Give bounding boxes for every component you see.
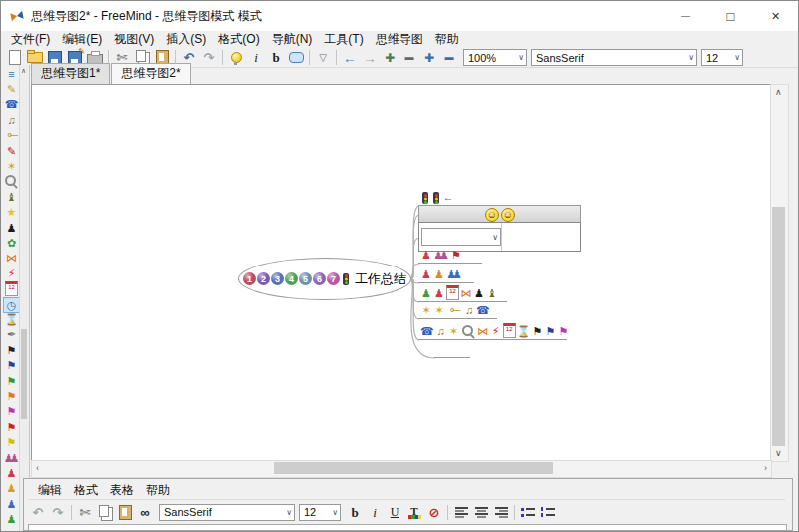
vertical-scrollbar[interactable] bbox=[770, 84, 789, 462]
branch-node-6[interactable] bbox=[434, 350, 470, 358]
scrollbar-thumb[interactable] bbox=[772, 207, 785, 446]
hint-button[interactable] bbox=[226, 49, 246, 66]
scroll-up-icon[interactable] bbox=[775, 88, 782, 97]
branch-node-1[interactable]: ♟♟♟⚑ bbox=[418, 247, 482, 264]
sidebar-magnifier-button[interactable] bbox=[4, 175, 19, 189]
sidebar-clock-button[interactable]: ◷ bbox=[3, 297, 20, 313]
root-node[interactable]: 1234567 工作总结 bbox=[238, 258, 411, 300]
zoom-in-button[interactable]: ✚ bbox=[419, 49, 439, 66]
redo-button[interactable]: ↷ bbox=[48, 504, 68, 521]
sidebar-structure-button[interactable]: ≡ bbox=[4, 67, 19, 81]
sidebar-flag-yellow-button[interactable]: ⚑ bbox=[4, 436, 19, 450]
align-right-button[interactable] bbox=[491, 504, 511, 521]
map-tab-1[interactable]: 思维导图1* bbox=[31, 63, 110, 84]
sidebar-hourglass-button[interactable]: ⌛ bbox=[4, 312, 19, 326]
font-size-combobox[interactable]: 12 bbox=[701, 49, 743, 66]
filter-button[interactable]: ▽ bbox=[313, 49, 333, 66]
note-menu-item-0[interactable]: 编辑 bbox=[32, 481, 68, 500]
sidebar-flag-black-button[interactable]: ⚑ bbox=[4, 343, 19, 357]
next-map-button[interactable]: → bbox=[360, 49, 380, 66]
italic-button[interactable]: i bbox=[365, 504, 385, 521]
scroll-left-icon[interactable]: ‹ bbox=[36, 464, 39, 473]
menubar-item-7[interactable]: 思维导图 bbox=[370, 30, 429, 49]
redo-button[interactable]: ↷ bbox=[199, 49, 219, 66]
sidebar-flag-green-button[interactable]: ⚑ bbox=[4, 374, 19, 388]
maximize-button[interactable] bbox=[708, 1, 753, 31]
copy-button[interactable] bbox=[95, 504, 115, 521]
sidebar-pencil-red-button[interactable]: ✎ bbox=[4, 144, 19, 158]
sidebar-person-blue-button[interactable]: ♟ bbox=[4, 497, 19, 511]
sidebar-person-red-button[interactable]: ♟ bbox=[4, 466, 19, 480]
scroll-right-icon[interactable]: › bbox=[764, 464, 767, 473]
scroll-up-icon[interactable] bbox=[21, 67, 26, 75]
fold-button[interactable]: ▬ bbox=[400, 49, 419, 66]
numbered-list-button[interactable] bbox=[538, 504, 558, 521]
sidebar-person-green-button[interactable]: ♟ bbox=[4, 513, 19, 527]
note-text-area[interactable] bbox=[28, 524, 787, 530]
undo-button[interactable]: ↶ bbox=[28, 504, 48, 521]
branch-node-2[interactable]: ♟♟♟♟ bbox=[418, 266, 474, 283]
minimize-button[interactable] bbox=[663, 1, 708, 31]
zoom-out-button[interactable]: ▬ bbox=[439, 49, 459, 66]
branch-node-3[interactable]: ♟♟12⋈♟♝ bbox=[418, 285, 507, 302]
sidebar-flag-blue-button[interactable]: ⚑ bbox=[4, 359, 19, 373]
sidebar-flag-orange-button[interactable]: ⚑ bbox=[4, 389, 19, 403]
new-map-button[interactable] bbox=[5, 49, 25, 66]
sidebar-flower-button[interactable]: ✿ bbox=[4, 236, 19, 250]
align-left-button[interactable] bbox=[451, 504, 471, 521]
menubar-item-5[interactable]: 导航(N) bbox=[266, 30, 319, 49]
map-tab-2[interactable]: 思维导图2* bbox=[111, 63, 190, 84]
scroll-down-icon[interactable] bbox=[775, 449, 782, 458]
cut-button[interactable]: ✄ bbox=[75, 504, 95, 521]
font-color-button[interactable]: T bbox=[404, 504, 424, 521]
close-button[interactable] bbox=[753, 1, 798, 31]
branch-node-top[interactable]: ← bbox=[418, 189, 484, 206]
sidebar-key-button[interactable]: ⚬─ bbox=[4, 129, 19, 143]
paste-button[interactable] bbox=[115, 504, 135, 521]
sidebar-penguin-button[interactable]: ♟ bbox=[4, 221, 19, 235]
menubar-item-0[interactable]: 文件(F) bbox=[5, 30, 56, 49]
sidebar-flag-red-button[interactable]: ⚑ bbox=[4, 420, 19, 434]
note-menu-item-2[interactable]: 表格 bbox=[104, 481, 140, 500]
sidebar-wand-button[interactable]: ✶ bbox=[4, 159, 19, 173]
sidebar-flag-magenta-button[interactable]: ⚑ bbox=[4, 405, 19, 419]
note-menu-item-3[interactable]: 帮助 bbox=[140, 481, 176, 500]
italic-button[interactable]: i bbox=[246, 49, 266, 66]
node-editor-combobox[interactable] bbox=[421, 228, 501, 246]
sidebar-phone-button[interactable]: ☎ bbox=[4, 98, 19, 112]
menubar-item-8[interactable]: 帮助 bbox=[429, 30, 465, 49]
font-combobox[interactable]: SansSerif bbox=[531, 49, 697, 66]
align-center-button[interactable] bbox=[471, 504, 491, 521]
bullet-list-button[interactable] bbox=[518, 504, 538, 521]
sidebar-music-button[interactable]: ♫ bbox=[4, 113, 19, 127]
sidebar-star-button[interactable]: ★ bbox=[4, 206, 19, 220]
zoom-combobox[interactable]: 100% bbox=[463, 49, 527, 66]
scrollbar-thumb[interactable] bbox=[274, 462, 553, 474]
menubar-item-6[interactable]: 工具(T) bbox=[318, 30, 369, 49]
left-toolbar-scrollbar[interactable] bbox=[19, 65, 29, 531]
sidebar-pen-button[interactable]: ✒ bbox=[4, 328, 19, 342]
sidebar-edit-note-button[interactable]: ✎ bbox=[4, 82, 19, 96]
sidebar-bottle-button[interactable]: ♝ bbox=[4, 190, 19, 204]
scrollbar-thumb[interactable] bbox=[21, 329, 27, 419]
note-font-combobox[interactable]: SansSerif bbox=[159, 504, 295, 521]
sidebar-person-yellow-button[interactable]: ♟ bbox=[4, 482, 19, 496]
unfold-button[interactable]: ✚ bbox=[380, 49, 400, 66]
underline-button[interactable]: U bbox=[385, 504, 404, 521]
branch-node-5[interactable]: ☎♫✶⋈⚡12⌛⚑⚑⚑ bbox=[418, 323, 567, 340]
sidebar-people-button[interactable]: ♟♟ bbox=[4, 451, 19, 465]
sidebar-launch-button[interactable]: ⚡ bbox=[4, 266, 19, 280]
sidebar-calendar-button[interactable]: 12 bbox=[4, 282, 19, 296]
previous-map-button[interactable]: ← bbox=[340, 49, 360, 66]
sidebar-butterfly-button[interactable]: ⋈ bbox=[4, 252, 19, 266]
cloud-button[interactable] bbox=[286, 49, 306, 66]
remove-format-button[interactable]: ⊘ bbox=[424, 504, 444, 521]
note-font-size-combobox[interactable]: 12 bbox=[299, 504, 341, 521]
menubar-item-4[interactable]: 格式(O) bbox=[212, 30, 265, 49]
branch-node-4[interactable]: ✶✶⚬─♫☎ bbox=[418, 302, 497, 319]
menubar-item-2[interactable]: 视图(V) bbox=[108, 30, 160, 49]
bold-button[interactable]: b bbox=[266, 49, 286, 66]
note-menu-item-1[interactable]: 格式 bbox=[68, 481, 104, 500]
bold-button[interactable]: b bbox=[345, 504, 365, 521]
find-button[interactable]: ∞ bbox=[135, 504, 155, 521]
